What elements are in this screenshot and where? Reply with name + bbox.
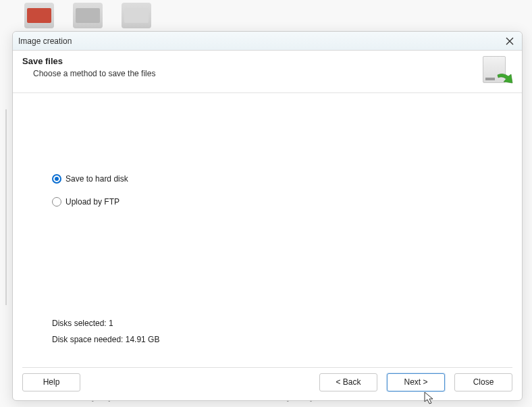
next-button[interactable]: Next > xyxy=(387,373,445,391)
disk-icon xyxy=(24,3,54,28)
disk-space-label: Disk space needed: xyxy=(52,335,123,344)
save-method-radio-group: Save to hard disk Upload by FTP xyxy=(52,174,128,220)
radio-label: Upload by FTP xyxy=(65,197,119,207)
close-icon[interactable] xyxy=(503,34,516,48)
help-button[interactable]: Help xyxy=(22,373,80,391)
disks-selected-label: Disks selected: xyxy=(52,319,107,328)
disk-icon xyxy=(73,3,103,28)
dialog-content: Save to hard disk Upload by FTP Disks se… xyxy=(13,93,522,367)
radio-indicator-icon xyxy=(52,197,61,207)
save-disk-icon xyxy=(480,56,512,86)
background-disk-icons xyxy=(24,3,151,28)
close-button[interactable]: Close xyxy=(454,373,512,391)
disks-selected-value: 1 xyxy=(109,319,113,328)
dialog-footer: Help < Back Next > Close xyxy=(13,368,522,400)
radio-upload-ftp[interactable]: Upload by FTP xyxy=(52,197,128,207)
radio-indicator-icon xyxy=(52,174,61,184)
page-title: Save files xyxy=(22,56,480,66)
dialog-title: Image creation xyxy=(18,36,503,46)
page-subtitle: Choose a method to save the files xyxy=(33,69,480,78)
dialog-header: Save files Choose a method to save the f… xyxy=(13,51,522,93)
radio-save-to-disk[interactable]: Save to hard disk xyxy=(52,174,128,184)
image-creation-dialog: Image creation Save files Choose a metho… xyxy=(12,31,523,401)
disk-space-value: 14.91 GB xyxy=(126,335,160,344)
disk-icon xyxy=(122,3,151,28)
summary-info: Disks selected: 1 Disk space needed: 14.… xyxy=(52,319,159,351)
disk-space-line: Disk space needed: 14.91 GB xyxy=(52,335,159,344)
scroll-rail xyxy=(5,109,7,305)
disks-selected-line: Disks selected: 1 xyxy=(52,319,159,328)
radio-label: Save to hard disk xyxy=(65,174,128,184)
dialog-titlebar: Image creation xyxy=(13,32,522,51)
back-button[interactable]: < Back xyxy=(319,373,377,391)
